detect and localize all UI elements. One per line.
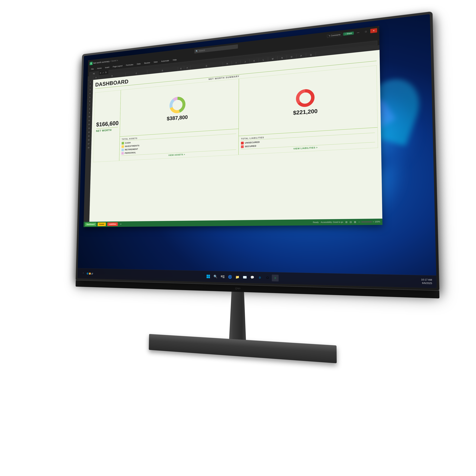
- screen-bezel: X Net worth summary • Saved ∨ 🔍 Search ✎…: [78, 14, 437, 288]
- taskbar-mail[interactable]: ✉️: [242, 274, 248, 281]
- net-worth-cell: $166,600 NET WORTH: [93, 90, 121, 162]
- cell-reference[interactable]: A1: [89, 71, 99, 76]
- taskview-button[interactable]: [220, 273, 226, 280]
- menu-view[interactable]: View: [152, 59, 159, 65]
- zoom-minus[interactable]: —: [358, 221, 360, 223]
- cash-color: [122, 142, 124, 145]
- search-icon: 🔍: [196, 50, 198, 52]
- assets-chart-cell: $387,800: [120, 79, 239, 137]
- row-7: 7: [87, 103, 92, 107]
- zoom-level: 100%: [375, 221, 380, 223]
- search-placeholder: Search: [199, 49, 205, 52]
- monitor-wrapper: X Net worth summary • Saved ∨ 🔍 Search ✎…: [67, 11, 451, 476]
- svg-rect-9: [208, 275, 210, 276]
- share-button[interactable]: ↑ Share: [343, 32, 354, 36]
- search-taskbar-button[interactable]: 🔍: [212, 273, 219, 280]
- taskbar-center: 🔍 🌀 📁 ✉️ 💬 D O: [205, 273, 279, 281]
- status-right: Ready Accessibility: Good to go ⊞ ⊟ ⊠ — …: [313, 220, 380, 224]
- assets-amount: $387,800: [167, 114, 188, 122]
- formula-check: ✓: [102, 71, 104, 74]
- cash-label: CASH: [125, 142, 131, 144]
- row-18: 18: [86, 146, 91, 150]
- add-sheet-button[interactable]: +: [120, 222, 121, 226]
- row-12: 12: [86, 122, 92, 127]
- sheet-liabilities[interactable]: Liabilities: [107, 222, 118, 226]
- menu-insert[interactable]: Insert: [103, 65, 111, 70]
- row-2: 2: [87, 84, 93, 88]
- menu-file[interactable]: File: [89, 66, 96, 72]
- taskbar-system-tray: ⌃: [80, 271, 86, 276]
- net-worth-amount: $166,600: [96, 120, 118, 128]
- personal-label: PERSONAL: [125, 152, 136, 154]
- close-button[interactable]: ✕: [370, 28, 377, 33]
- row-3: 3: [87, 88, 93, 92]
- row-num-header: [88, 76, 93, 80]
- net-worth-label: NET WORTH: [96, 127, 118, 133]
- excel-icon: X: [89, 62, 92, 65]
- row-11: 11: [86, 119, 92, 123]
- taskbar-teams[interactable]: 💬: [249, 274, 256, 281]
- taskbar-excel[interactable]: X: [272, 274, 279, 281]
- taskbar-office[interactable]: O: [264, 274, 271, 281]
- taskbar-clock: 10:17 AM 6/6/2025: [421, 278, 432, 285]
- liabilities-donut-chart: [295, 88, 315, 108]
- row-17: 17: [86, 142, 91, 146]
- file-title: Net worth summary: [93, 60, 110, 64]
- svg-rect-10: [207, 276, 208, 278]
- liabilities-column: $221,200 TOTAL LIABILITIES UNSECURED: [238, 66, 378, 155]
- assets-donut-chart: [169, 96, 186, 114]
- secured-label: SECURED: [245, 145, 256, 148]
- formula-fx: fx: [105, 71, 107, 74]
- minimize-button[interactable]: —: [355, 30, 361, 35]
- assets-column: $387,800 TOTAL ASSETS CASH: [119, 79, 239, 161]
- zoom-control[interactable]: — + 100%: [358, 221, 380, 223]
- liabilities-chart-cell: $221,200: [239, 66, 377, 136]
- clock-date: 6/6/2025: [421, 281, 432, 285]
- taskbar-right: 10:17 AM 6/6/2025: [421, 278, 432, 285]
- retirement-color: [121, 149, 124, 151]
- svg-rect-13: [223, 275, 225, 276]
- brand-logo: Qian: [235, 287, 240, 290]
- row-1: 1: [87, 80, 93, 84]
- row-9: 9: [87, 111, 92, 115]
- windows-icon: [206, 274, 210, 278]
- retirement-label: RETIREMENT: [125, 148, 138, 151]
- sheet-assets[interactable]: Assets: [98, 222, 106, 226]
- row-16: 16: [86, 138, 91, 142]
- col-header-e: E: [178, 66, 184, 71]
- view-layout-icon: ⊟: [350, 221, 352, 224]
- monitor-stand-neck: [227, 291, 248, 340]
- row-5: 5: [87, 95, 93, 100]
- taskbar-edge[interactable]: 🌀: [227, 273, 233, 280]
- view-normal-icon: ⊞: [345, 221, 347, 224]
- svg-rect-12: [221, 275, 222, 277]
- taskbar-left: ⌃ 🌐 📶 🔊: [80, 271, 93, 277]
- row-13: 13: [86, 126, 92, 131]
- taskbar-explorer[interactable]: 📁: [234, 274, 241, 280]
- unsecured-label: UNSECURED: [245, 141, 260, 144]
- secured-color: [241, 145, 244, 148]
- clock-time: 10:17 AM: [421, 278, 432, 282]
- col-header-f: F: [184, 66, 191, 70]
- liabilities-amount: $221,200: [293, 108, 318, 116]
- maximize-button[interactable]: □: [362, 29, 369, 34]
- taskbar-dell[interactable]: D: [256, 274, 263, 281]
- menu-help[interactable]: Help: [171, 57, 179, 63]
- status-ready: Ready: [313, 221, 319, 223]
- taskview-icon: [221, 275, 224, 278]
- svg-rect-8: [207, 275, 208, 276]
- zoom-plus[interactable]: +: [373, 221, 374, 223]
- menu-data[interactable]: Data: [135, 61, 142, 67]
- zoom-slider[interactable]: [361, 221, 372, 222]
- view-page-icon: ⊠: [354, 221, 356, 223]
- formula-x: ✕: [100, 72, 101, 74]
- svg-rect-14: [223, 277, 224, 278]
- menu-home[interactable]: Home: [95, 66, 103, 71]
- comments-button[interactable]: ✎ Comments: [327, 33, 342, 38]
- start-button[interactable]: [205, 273, 211, 280]
- sheet-dashboard[interactable]: Dashboard: [85, 222, 96, 226]
- row-15: 15: [86, 134, 92, 138]
- screen-content: X Net worth summary • Saved ∨ 🔍 Search ✎…: [78, 14, 437, 288]
- row-4: 4: [87, 91, 93, 96]
- row-14: 14: [86, 130, 92, 134]
